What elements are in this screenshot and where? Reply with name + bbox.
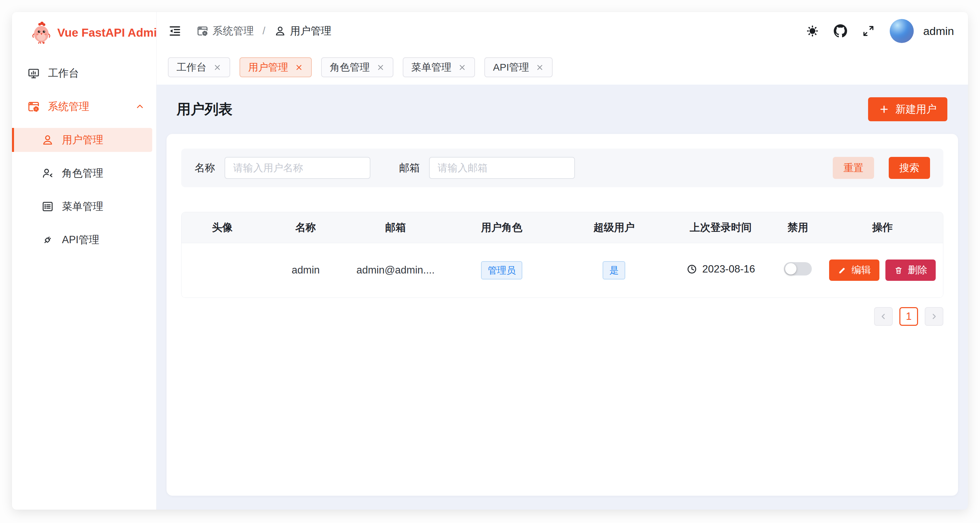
page-header: 用户列表 新建用户 <box>167 84 958 134</box>
fullscreen-button[interactable] <box>862 24 875 38</box>
menu-list-icon <box>41 200 54 213</box>
tab-workbench[interactable]: 工作台 <box>168 57 230 77</box>
tab-bar: 工作台 用户管理 角色管理 菜单管理 API管理 <box>157 50 968 84</box>
chevron-right-icon <box>930 312 939 321</box>
tab-label: API管理 <box>493 60 529 74</box>
breadcrumb: 系统管理 / 用户管理 <box>197 24 331 38</box>
plus-icon <box>879 104 889 114</box>
pagination-prev-button[interactable] <box>874 307 893 326</box>
header-actions: admin <box>806 19 954 43</box>
cell-last-login: 2023-08-16 <box>667 243 774 297</box>
page-content: 用户列表 新建用户 名称 邮箱 重置 搜索 <box>157 84 968 510</box>
role-user-icon <box>41 167 54 180</box>
close-tab-button[interactable] <box>213 63 221 72</box>
sidebar-item-users[interactable]: 用户管理 <box>12 128 152 152</box>
column-header-name: 名称 <box>263 212 348 243</box>
tab-label: 用户管理 <box>248 60 288 74</box>
delete-button[interactable]: 删除 <box>885 259 936 281</box>
pagination-page-1[interactable]: 1 <box>899 307 918 326</box>
page-title: 用户列表 <box>177 100 232 119</box>
cell-disabled <box>774 243 822 297</box>
last-login-value: 2023-08-16 <box>702 263 755 275</box>
sun-icon <box>806 24 819 38</box>
cell-superuser: 是 <box>561 243 667 297</box>
app-logo[interactable]: Vue FastAPI Admin <box>12 12 156 52</box>
close-icon <box>213 63 221 72</box>
user-list-card: 名称 邮箱 重置 搜索 头像 名称 邮箱 <box>167 134 958 496</box>
sidebar-item-label: 角色管理 <box>62 166 103 180</box>
tab-label: 工作台 <box>177 60 207 74</box>
tab-apis[interactable]: API管理 <box>484 57 553 77</box>
system-gear-window-icon <box>197 25 208 37</box>
column-header-actions: 操作 <box>822 212 943 243</box>
pagination: 1 <box>181 307 943 326</box>
column-header-role: 用户角色 <box>443 212 561 243</box>
cell-avatar <box>181 243 263 297</box>
theme-toggle-button[interactable] <box>806 24 819 38</box>
cell-name: admin <box>263 243 348 297</box>
tab-roles[interactable]: 角色管理 <box>321 57 393 77</box>
sidebar: Vue FastAPI Admin 工作台 系统管理 <box>12 12 157 510</box>
clock-icon <box>686 264 697 275</box>
breadcrumb-item-system[interactable]: 系统管理 <box>197 24 254 38</box>
new-user-button[interactable]: 新建用户 <box>868 97 947 121</box>
close-icon <box>295 63 303 72</box>
column-header-avatar: 头像 <box>181 212 263 243</box>
superuser-tag: 是 <box>603 261 625 280</box>
edit-button[interactable]: 编辑 <box>829 259 880 281</box>
github-button[interactable] <box>834 24 847 38</box>
column-header-superuser: 超级用户 <box>561 212 667 243</box>
pagination-next-button[interactable] <box>925 307 943 326</box>
sidebar-item-menus[interactable]: 菜单管理 <box>16 194 152 219</box>
users-table: 头像 名称 邮箱 用户角色 超级用户 上次登录时间 禁用 操作 <box>181 212 943 298</box>
delete-button-label: 删除 <box>908 264 927 277</box>
sidebar-item-label: 工作台 <box>48 66 79 80</box>
search-button[interactable]: 搜索 <box>889 157 930 179</box>
user-icon <box>41 134 54 146</box>
sidebar-item-label: 系统管理 <box>48 100 89 114</box>
sidebar-item-system[interactable]: 系统管理 <box>16 95 152 119</box>
reset-button[interactable]: 重置 <box>833 157 874 179</box>
api-plug-icon <box>41 234 54 246</box>
breadcrumb-separator: / <box>262 25 266 37</box>
column-header-disabled: 禁用 <box>774 212 822 243</box>
tab-menus[interactable]: 菜单管理 <box>403 57 475 77</box>
new-user-button-label: 新建用户 <box>896 102 937 116</box>
app-window: Vue FastAPI Admin 工作台 系统管理 <box>12 12 968 510</box>
workbench-icon <box>27 67 40 79</box>
close-tab-button[interactable] <box>458 63 466 72</box>
filter-bar: 名称 邮箱 重置 搜索 <box>181 149 943 187</box>
tab-users[interactable]: 用户管理 <box>240 57 312 77</box>
system-gear-window-icon <box>27 100 40 113</box>
cell-role: 管理员 <box>443 243 561 297</box>
cell-email: admin@admin.... <box>348 243 443 297</box>
sidebar-item-roles[interactable]: 角色管理 <box>16 161 152 185</box>
trash-icon <box>894 266 903 275</box>
fullscreen-icon <box>862 24 875 38</box>
collapse-sidebar-button[interactable] <box>168 24 182 38</box>
table-header-row: 头像 名称 邮箱 用户角色 超级用户 上次登录时间 禁用 操作 <box>181 212 943 243</box>
user-avatar[interactable] <box>890 19 914 43</box>
edit-button-label: 编辑 <box>851 264 871 277</box>
name-filter-input[interactable] <box>224 157 371 179</box>
close-tab-button[interactable] <box>376 63 385 72</box>
email-filter-input[interactable] <box>429 157 575 179</box>
main-area: 系统管理 / 用户管理 <box>157 12 968 510</box>
breadcrumb-label: 用户管理 <box>290 24 331 38</box>
close-tab-button[interactable] <box>536 63 544 72</box>
user-icon <box>274 25 286 37</box>
sidebar-item-workbench[interactable]: 工作台 <box>16 61 152 85</box>
header-username[interactable]: admin <box>923 25 954 38</box>
close-tab-button[interactable] <box>295 63 303 72</box>
top-header: 系统管理 / 用户管理 <box>157 12 968 50</box>
table-row: admin admin@admin.... 管理员 是 <box>181 243 943 297</box>
chevron-up-icon <box>135 102 145 111</box>
disabled-toggle[interactable] <box>784 262 812 275</box>
breadcrumb-item-users[interactable]: 用户管理 <box>274 24 331 38</box>
column-header-email: 邮箱 <box>348 212 443 243</box>
sidebar-menu: 工作台 系统管理 用户管理 <box>12 52 156 261</box>
close-icon <box>536 63 544 72</box>
sidebar-item-apis[interactable]: API管理 <box>16 228 152 252</box>
role-tag: 管理员 <box>481 261 522 280</box>
github-icon <box>834 24 847 38</box>
